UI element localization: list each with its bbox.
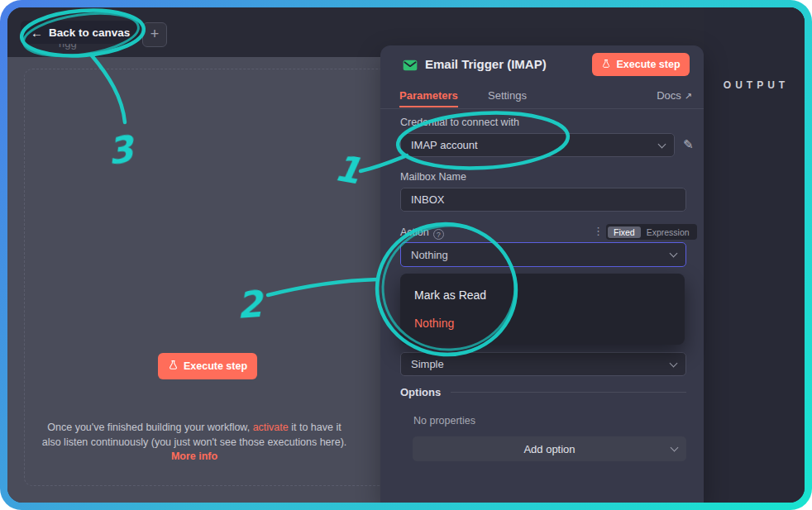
activation-hint: Once you've finished building your workf… <box>12 421 376 465</box>
chevron-down-icon <box>671 444 679 452</box>
menu-item-mark-as-read[interactable]: Mark as Read <box>400 284 685 306</box>
mode-expression-button[interactable]: Expression <box>641 226 695 238</box>
kebab-menu-icon[interactable]: ⋮ <box>593 225 604 237</box>
panel-execute-step-button[interactable]: Execute step <box>592 53 690 76</box>
options-title: Options <box>400 386 441 398</box>
docs-link[interactable]: Docs↗ <box>657 83 692 107</box>
action-label: Action? <box>400 226 444 240</box>
edit-credential-icon[interactable]: ✎ <box>683 137 694 152</box>
flask-icon <box>601 59 611 71</box>
panel-tabs: Parameters Settings Docs↗ <box>380 83 704 109</box>
docs-label: Docs <box>657 89 681 102</box>
credential-select[interactable]: IMAP account <box>400 133 675 157</box>
credential-label: Credential to connect with <box>400 117 519 128</box>
credential-value: IMAP account <box>411 139 478 151</box>
action-dropdown-menu: Mark as Read Nothing <box>400 274 685 345</box>
chevron-down-icon <box>670 250 678 258</box>
tab-parameters[interactable]: Parameters <box>399 83 458 107</box>
n8n-window: rigg ← Back to canvas + OUTPUT Execute s… <box>7 7 805 503</box>
activate-link[interactable]: activate <box>253 422 289 433</box>
trigger-canvas: Execute step Once you've finished buildi… <box>7 57 380 503</box>
mode-fixed-button[interactable]: Fixed <box>608 226 641 238</box>
chevron-down-icon <box>670 359 678 367</box>
more-info-link[interactable]: More info <box>12 450 376 465</box>
back-to-canvas-button[interactable]: ← Back to canvas <box>21 21 140 44</box>
activation-hint-line2: also listen continuously (you just won't… <box>12 436 376 450</box>
add-option-label: Add option <box>523 443 575 455</box>
action-select[interactable]: Nothing <box>400 242 686 267</box>
node-title: Email Trigger (IMAP) <box>425 57 547 71</box>
options-section-header: Options <box>400 386 686 398</box>
mailbox-label: Mailbox Name <box>400 171 466 183</box>
add-node-button[interactable]: + <box>142 22 167 47</box>
back-arrow-icon: ← <box>31 26 43 40</box>
hint-text: it to have it <box>289 422 342 433</box>
canvas-execute-step-button[interactable]: Execute step <box>158 353 257 379</box>
flask-icon <box>168 360 179 373</box>
app-frame: rigg ← Back to canvas + OUTPUT Execute s… <box>0 0 812 510</box>
no-properties-text: No properties <box>413 415 475 427</box>
help-icon[interactable]: ? <box>433 229 444 240</box>
panel-execute-step-label: Execute step <box>616 59 680 70</box>
canvas-execute-step-label: Execute step <box>184 360 247 372</box>
format-select[interactable]: Simple <box>400 352 686 376</box>
back-to-canvas-label: Back to canvas <box>49 26 130 39</box>
activation-hint-line1: Once you've finished building your workf… <box>12 421 376 436</box>
format-value: Simple <box>411 358 444 370</box>
action-label-text: Action <box>400 226 429 238</box>
menu-item-nothing[interactable]: Nothing <box>400 312 685 334</box>
action-value: Nothing <box>411 249 448 261</box>
output-panel: OUTPUT <box>704 7 805 503</box>
external-link-icon: ↗ <box>685 91 692 101</box>
divider <box>451 392 686 393</box>
add-option-button[interactable]: Add option <box>413 436 686 461</box>
hint-text: Once you've finished building your workf… <box>47 422 252 433</box>
value-mode-toggle: Fixed Expression <box>606 224 697 240</box>
output-label: OUTPUT <box>704 79 805 91</box>
email-node-icon <box>402 57 418 77</box>
chevron-down-icon <box>658 140 666 148</box>
tab-settings[interactable]: Settings <box>488 83 527 107</box>
node-settings-panel: Email Trigger (IMAP) Execute step Parame… <box>380 45 704 503</box>
mailbox-input[interactable] <box>400 188 686 212</box>
